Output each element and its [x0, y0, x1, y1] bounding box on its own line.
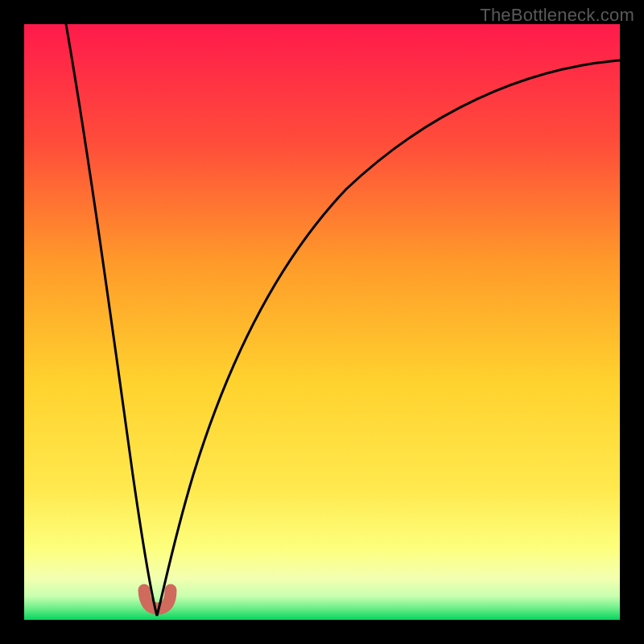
- plot-area: [24, 24, 620, 620]
- gradient-background: [24, 24, 620, 620]
- watermark: TheBottleneck.com: [480, 5, 634, 26]
- chart-frame: TheBottleneck.com: [0, 0, 644, 644]
- chart-svg: [24, 24, 620, 620]
